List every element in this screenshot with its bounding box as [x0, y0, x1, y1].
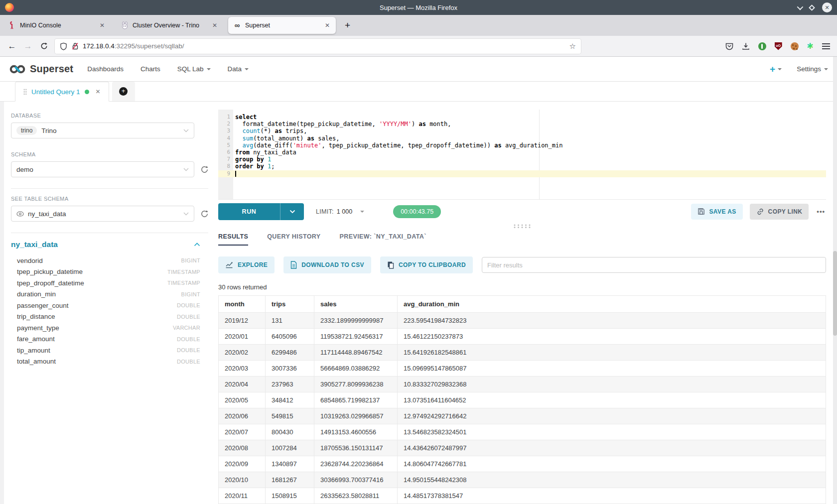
pocket-icon[interactable]	[725, 42, 733, 50]
editor-results-column: 123456789 select format_datetime(tpep_pi…	[214, 102, 826, 504]
menu-hamburger-icon[interactable]	[822, 43, 830, 49]
table-cell: 15.46122150237873	[398, 329, 826, 345]
close-tab-icon[interactable]: ✕	[210, 21, 219, 30]
column-header-trips[interactable]: trips	[266, 296, 314, 313]
column-row-duration_min[interactable]: duration_minBIGINT	[11, 289, 200, 300]
column-type: TIMESTAMP	[167, 269, 200, 275]
settings-menu[interactable]: Settings	[797, 65, 828, 73]
column-row-vendorid[interactable]: vendoridBIGINT	[11, 255, 200, 266]
column-header-avg_duration_min[interactable]: avg_duration_min	[398, 296, 826, 313]
column-row-total_amount[interactable]: total_amountDOUBLE	[11, 356, 200, 368]
navbar-plus-button[interactable]: +	[770, 64, 782, 75]
column-header-sales[interactable]: sales	[314, 296, 398, 313]
column-row-tip_amount[interactable]: tip_amountDOUBLE	[11, 345, 200, 356]
close-tab-icon[interactable]: ✕	[323, 21, 332, 30]
bookmark-star-icon[interactable]: ☆	[569, 42, 576, 51]
query-status-dot	[85, 90, 89, 94]
explore-button[interactable]: EXPLORE	[218, 256, 275, 273]
browser-tab-minio-console[interactable]: MinIO Console✕	[3, 17, 111, 34]
url-field[interactable]: 172.18.0.4:32295/superset/sqllab/ ☆	[55, 39, 581, 54]
superset-logo[interactable]: Superset	[9, 63, 73, 75]
container-asterisk-icon[interactable]: ✱	[807, 41, 814, 51]
collapse-table-icon[interactable]	[194, 243, 200, 247]
table-cell: 6854865.719982137	[314, 392, 398, 408]
results-tab-query-history[interactable]: QUERY HISTORY	[267, 233, 320, 246]
copy-to-clipboard-button[interactable]: COPY TO CLIPBOARD	[380, 256, 473, 273]
table-cell: 2020/01	[219, 329, 266, 345]
page-scrollbar-thumb[interactable]	[833, 251, 837, 336]
column-name: tip_amount	[17, 347, 50, 354]
column-row-fare_amount[interactable]: fare_amountDOUBLE	[11, 334, 200, 345]
shield-icon[interactable]	[60, 42, 67, 50]
refresh-tables-icon[interactable]	[200, 210, 209, 218]
table-cell: 30366993.700377416	[314, 472, 398, 488]
link-icon	[756, 208, 764, 216]
results-tab-preview-ny-taxi-data-[interactable]: PREVIEW: `NY_TAXI_DATA`	[340, 233, 426, 246]
results-tab-results[interactable]: RESULTS	[218, 233, 248, 246]
limit-dropdown[interactable]: LIMIT: 1 000	[316, 208, 364, 215]
table-cell: 2019/12	[219, 313, 266, 329]
copy-link-button[interactable]: COPY LINK	[750, 204, 809, 220]
refresh-schemas-icon[interactable]	[200, 165, 209, 174]
column-row-tpep_dropoff_datetime[interactable]: tpep_dropoff_datetimeTIMESTAMP	[11, 277, 200, 289]
run-options-caret[interactable]	[280, 203, 304, 220]
sql-editor[interactable]: 123456789 select format_datetime(tpep_pi…	[218, 110, 826, 199]
close-query-tab-icon[interactable]: ✕	[96, 88, 101, 95]
query-tab-title: Untitled Query 1	[31, 88, 80, 96]
nav-item-charts[interactable]: Charts	[140, 65, 160, 73]
forward-button[interactable]: →	[20, 39, 36, 53]
nav-item-dashboards[interactable]: Dashboards	[87, 65, 124, 73]
column-row-payment_type[interactable]: payment_typeVARCHAR	[11, 322, 200, 334]
table-cell: 23628744.220236864	[314, 456, 398, 472]
table-row: 2020/09134089723628744.22023686414.80604…	[219, 456, 826, 472]
run-button[interactable]: RUN	[218, 203, 304, 220]
column-name: tpep_pickup_datetime	[17, 268, 83, 275]
column-row-passenger_count[interactable]: passenger_countDOUBLE	[11, 300, 200, 311]
table-cell: 14.950155448242308	[398, 472, 826, 488]
url-text[interactable]: 172.18.0.4:32295/superset/sqllab/	[83, 42, 569, 50]
table-cell: 2020/07	[219, 424, 266, 440]
column-header-month[interactable]: month	[219, 296, 266, 313]
line-number: 5	[218, 142, 233, 149]
table-cell: 2332.1899999999987	[314, 313, 398, 329]
new-tab-button[interactable]: +	[341, 20, 354, 31]
nav-item-data[interactable]: Data	[228, 65, 249, 73]
column-row-tpep_pickup_datetime[interactable]: tpep_pickup_datetimeTIMESTAMP	[11, 266, 200, 278]
table-schema-select[interactable]: ny_taxi_data	[11, 206, 194, 222]
query-timer-badge: 00:00:43.75	[393, 205, 441, 218]
browser-tab-superset[interactable]: ∞Superset✕	[228, 17, 336, 34]
pane-splitter-handle[interactable]	[218, 223, 826, 229]
privacy-badger-icon[interactable]	[758, 42, 766, 50]
maximize-icon[interactable]	[809, 4, 815, 11]
browser-tab-cluster-overview-trino[interactable]: Cluster Overview - Trino✕	[116, 17, 223, 34]
close-tab-icon[interactable]: ✕	[98, 21, 107, 30]
lock-crossed-icon[interactable]	[72, 42, 79, 50]
more-options-button[interactable]: •••	[816, 208, 826, 215]
page-scrollbar-track[interactable]	[833, 57, 837, 504]
table-cell: 14.806047742667781	[398, 456, 826, 472]
table-cell: 14.48517378381547	[398, 488, 826, 504]
close-window-icon[interactable]: ✕	[822, 2, 832, 12]
table-name-heading[interactable]: ny_taxi_data	[11, 240, 58, 249]
filter-results-input[interactable]	[482, 257, 826, 273]
table-cell: 1340897	[266, 456, 314, 472]
column-row-trip_distance[interactable]: trip_distanceDOUBLE	[11, 311, 200, 323]
schema-select[interactable]: demo	[11, 161, 194, 177]
minimize-icon[interactable]	[797, 3, 804, 10]
table-row: 2020/042379633905277.809993623810.833327…	[219, 377, 826, 392]
download-icon[interactable]	[742, 42, 750, 50]
download-to-csv-button[interactable]: DOWNLOAD TO CSV	[283, 256, 371, 273]
table-row: 2020/03300733656664869.0388629215.096995…	[219, 361, 826, 377]
back-button[interactable]: ←	[4, 39, 20, 53]
save-as-button[interactable]: SAVE AS	[691, 204, 742, 220]
query-tab-untitled-query-1[interactable]: Untitled Query 1 ✕	[15, 82, 109, 102]
reload-button[interactable]	[36, 39, 52, 53]
nav-item-sql-lab[interactable]: SQL Lab	[177, 65, 211, 73]
ublock-icon[interactable]: uO	[775, 42, 782, 50]
cookie-icon[interactable]	[791, 42, 799, 50]
database-select[interactable]: trino Trino	[11, 123, 194, 138]
table-cell: 12.974924292716642	[398, 408, 826, 424]
column-name: total_amount	[17, 358, 56, 365]
add-query-tab-button[interactable]: +	[112, 82, 135, 101]
table-row: 2020/10168126730366993.70037741614.95015…	[219, 472, 826, 488]
